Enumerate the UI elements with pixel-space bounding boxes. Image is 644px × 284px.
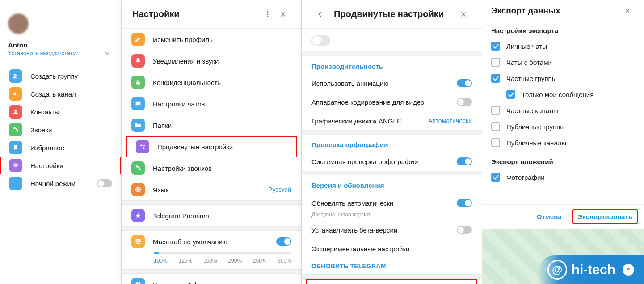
auto-update-sub: Доступна новая версия [302, 212, 482, 220]
brand-label: hi-tech [572, 262, 615, 277]
auto-update-toggle[interactable] [457, 199, 472, 207]
zoom-label: 300% [278, 258, 291, 264]
label: Публичные каналы [506, 139, 566, 147]
label: Аппаратное кодирование для видео [311, 98, 424, 106]
label: Избранное [30, 144, 64, 152]
chevron-down-icon[interactable] [103, 49, 111, 59]
zoom-label: 125% [178, 258, 192, 264]
checkbox-icon [506, 90, 515, 99]
question-icon: ? [131, 278, 145, 284]
menu-contacts[interactable]: Контакты [0, 103, 121, 121]
zoom-slider[interactable]: 100% 125% 150% 200% 250% 300% [122, 252, 301, 269]
separator [122, 226, 301, 231]
row-angle[interactable]: Графический движок ANGLE Автоматически [302, 111, 482, 130]
checkbox-icon [491, 42, 500, 51]
chk-private-groups[interactable]: Частные группы [482, 70, 644, 86]
row-auto-update[interactable]: Обновлять автоматически [302, 193, 482, 212]
separator [302, 130, 482, 135]
svg-point-8 [140, 144, 142, 146]
user-name: Anton [8, 41, 79, 49]
svg-point-0 [14, 74, 16, 76]
chk-bot[interactable]: Чаты с ботами [482, 54, 644, 70]
close-icon[interactable] [620, 3, 635, 18]
close-icon[interactable] [275, 7, 290, 22]
avatar[interactable] [8, 13, 29, 34]
row-export-data[interactable]: Экспорт данных из Telegram [306, 279, 477, 284]
export-button[interactable]: Экспортировать [572, 209, 638, 224]
label: Контакты [30, 108, 59, 116]
row-faq[interactable]: ? Вопросы о Telegram [122, 274, 301, 284]
person-icon [9, 105, 22, 119]
update-telegram-button[interactable]: ОБНОВИТЬ TELEGRAM [302, 258, 482, 274]
spell-toggle[interactable] [457, 157, 472, 165]
label: Звонки [30, 126, 52, 134]
row-call-settings[interactable]: Настройки звонков [122, 157, 301, 179]
settings-title: Настройки [132, 9, 180, 19]
hw-video-toggle[interactable] [457, 98, 472, 106]
label: Графический движок ANGLE [311, 117, 401, 125]
close-icon[interactable] [456, 7, 471, 22]
menu-settings[interactable]: Настройки [0, 157, 121, 174]
cancel-button[interactable]: Отмена [531, 209, 567, 224]
chat-icon [131, 97, 145, 110]
menu-saved[interactable]: Избранное [0, 139, 121, 157]
menu-calls[interactable]: Звонки [0, 121, 121, 139]
row-experimental[interactable]: Экспериментальные настройки [302, 239, 482, 258]
chk-public-groups[interactable]: Публичные группы [482, 119, 644, 135]
row-animations[interactable]: Использовать анимацию [302, 74, 482, 93]
label: Обновлять автоматически [311, 199, 393, 207]
chk-photos[interactable]: Фотографии [482, 169, 644, 185]
chk-only-my[interactable]: Только мои сообщения [482, 86, 644, 102]
bookmark-icon [9, 141, 22, 154]
row-premium[interactable]: Telegram Premium [122, 205, 301, 226]
svg-text:?: ? [137, 282, 139, 284]
zoom-label: 100% [154, 258, 168, 264]
label: Только мои сообщения [522, 91, 593, 98]
svg-point-2 [14, 110, 17, 112]
export-title: Экспорт данных [491, 6, 560, 16]
lock-icon [131, 76, 145, 89]
pencil-icon [131, 33, 145, 46]
separator [122, 269, 301, 274]
set-emoji-status[interactable]: Установить эмодзи-статус [8, 50, 79, 56]
row-spell-sys[interactable]: Системная проверка орфографии [302, 152, 482, 171]
row-chat-settings[interactable]: Настройки чатов [122, 93, 301, 114]
label: Частные каналы [506, 107, 558, 114]
row-edit-profile[interactable]: Изменить профиль [122, 29, 301, 50]
separator [302, 274, 482, 279]
animations-toggle[interactable] [457, 79, 472, 87]
row-folders[interactable]: Папки [122, 114, 301, 136]
back-icon[interactable] [312, 7, 328, 22]
checkbox-icon [491, 173, 500, 182]
export-settings-head: Настройки экспорта [482, 24, 644, 38]
label: Создать канал [30, 90, 76, 98]
label: Частные группы [506, 75, 556, 82]
row-hw-video[interactable]: Аппаратное кодирование для видео [302, 93, 482, 111]
separator [302, 52, 482, 56]
menu-create-channel[interactable]: Создать канал [0, 85, 121, 103]
row-notifications[interactable]: Уведомления и звуки [122, 50, 301, 72]
label: Язык [153, 186, 168, 194]
chk-personal[interactable]: Личные чаты [482, 38, 644, 54]
row-language[interactable]: Язык Русский [122, 179, 301, 200]
brand-watermark: @ hi-tech ʷ [538, 255, 644, 284]
menu-create-group[interactable]: Создать группу [0, 67, 121, 85]
row-advanced[interactable]: Продвинутые настройки [126, 136, 297, 157]
menu-night-mode[interactable]: Ночной режим [0, 174, 121, 192]
gear-icon [9, 159, 22, 172]
phone-icon [9, 123, 22, 136]
vk-icon: ʷ [623, 264, 634, 276]
more-icon[interactable] [260, 7, 275, 22]
label: Продвинутые настройки [157, 143, 233, 151]
night-toggle[interactable] [97, 179, 112, 187]
row-privacy[interactable]: Конфиденциальность [122, 72, 301, 93]
row-beta[interactable]: Устанавливать бета-версии [302, 220, 482, 239]
chk-public-channels[interactable]: Публичные каналы [482, 135, 644, 151]
chk-private-channels[interactable]: Частные каналы [482, 102, 644, 119]
language-value: Русский [268, 186, 291, 193]
zoom-label: 250% [253, 258, 267, 264]
row-zoom[interactable]: Масштаб по умолчанию [122, 231, 301, 252]
zoom-toggle[interactable] [276, 237, 291, 246]
beta-toggle[interactable] [457, 226, 472, 234]
checkbox-icon [491, 58, 500, 67]
